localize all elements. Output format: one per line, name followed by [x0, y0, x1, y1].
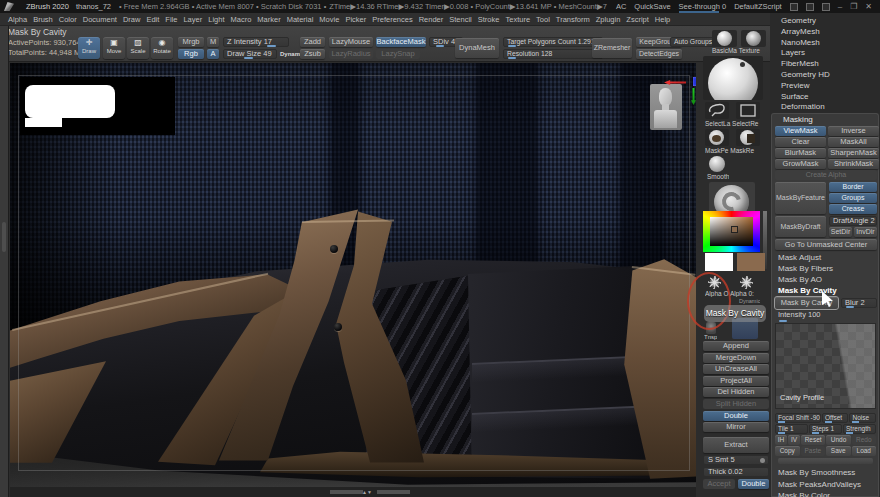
intensity-slider[interactable]: Intensity 100 — [775, 311, 847, 321]
viewport-canvas[interactable] — [10, 63, 696, 487]
accept-button[interactable]: Accept — [703, 479, 735, 489]
blur-slider[interactable]: Blur 2 — [841, 298, 877, 308]
mask-by-smoothness-row[interactable]: Mask By Smoothness — [778, 468, 855, 477]
palette-section[interactable]: Surface — [770, 92, 880, 103]
palette-section[interactable]: Geometry HD — [770, 70, 880, 81]
subtool-button[interactable]: Split Hidden — [703, 399, 769, 409]
subtool-button[interactable]: Mirror — [703, 422, 769, 432]
tile-slider[interactable]: Tile 1 — [775, 424, 808, 434]
mask-peaks-row[interactable]: Mask PeaksAndValleys — [778, 480, 861, 489]
palette-section[interactable]: NanoMesh — [770, 38, 880, 49]
menu-item[interactable]: File — [165, 15, 177, 24]
masking-button[interactable]: Clear — [775, 137, 826, 147]
menu-item[interactable]: Color — [59, 15, 77, 24]
scale-tool-button[interactable]: ▨Scale — [127, 37, 149, 59]
menu-item[interactable]: Zscript — [626, 15, 649, 24]
mask-rect-icon[interactable] — [736, 129, 760, 146]
default-zscript-button[interactable]: DefaultZScript — [734, 2, 782, 11]
cavity-profile-curve[interactable]: Cavity Profile — [775, 323, 876, 409]
border-toggle[interactable]: Border — [829, 182, 877, 192]
rotate-tool-button[interactable]: ◉Rotate — [151, 37, 173, 59]
ac-button[interactable]: AC — [616, 2, 626, 11]
paste-button[interactable]: Paste — [801, 446, 826, 456]
bottom-scrollbar[interactable]: ▲▼ — [10, 487, 696, 497]
lazymouse-button[interactable]: LazyMouse — [329, 37, 373, 47]
material-sphere[interactable] — [703, 56, 763, 100]
redo-button[interactable]: Redo — [852, 435, 876, 445]
masking-button[interactable]: GrowMask — [775, 159, 826, 169]
subtool-button[interactable]: Del Hidden — [703, 387, 769, 397]
menu-item[interactable]: Help — [655, 15, 670, 24]
z-intensity-slider[interactable]: Z Intensity 17 — [223, 37, 289, 47]
doc-icon-3[interactable] — [822, 3, 830, 11]
focal-shift-slider[interactable]: Focal Shift -90 — [775, 413, 821, 423]
menu-item[interactable]: Layer — [183, 15, 202, 24]
dynamesh-button[interactable]: DynaMesh — [455, 38, 499, 58]
palette-section[interactable]: FiberMesh — [770, 59, 880, 70]
subtool-button[interactable]: ProjectAll — [703, 376, 769, 386]
thick-slider[interactable]: Thick 0.02 — [703, 467, 769, 477]
lazysnap-button[interactable]: LazySnap — [376, 49, 420, 59]
mask-by-feature-button[interactable]: MaskByFeature — [775, 182, 826, 214]
palette-section[interactable]: Layers — [770, 48, 880, 59]
menu-item[interactable]: Marker — [257, 15, 280, 24]
palette-section[interactable]: Geometry — [770, 16, 880, 27]
zadd-button[interactable]: Zadd — [300, 37, 325, 47]
masking-button[interactable]: SharpenMask — [828, 148, 879, 158]
draft-angle-slider[interactable]: DraftAngle 2 — [829, 216, 877, 226]
menu-item[interactable]: Preferences — [372, 15, 412, 24]
invdir-button[interactable]: InvDir — [854, 227, 877, 237]
offset-slider[interactable]: Offset — [822, 413, 849, 423]
left-tray-divider[interactable] — [0, 26, 9, 497]
flip-h-button[interactable]: IH — [775, 435, 787, 445]
crease-toggle[interactable]: Crease — [829, 204, 877, 214]
menu-item[interactable]: Edit — [146, 15, 159, 24]
rgb-button[interactable]: Rgb — [178, 49, 204, 59]
menu-item[interactable]: Draw — [123, 15, 141, 24]
masking-button[interactable]: ShrinkMask — [828, 159, 879, 169]
m-button[interactable]: M — [207, 37, 219, 47]
copy-button[interactable]: Copy — [775, 446, 800, 456]
subtool-button[interactable]: MergeDown — [703, 353, 769, 363]
go-to-unmasked-button[interactable]: Go To Unmasked Center — [775, 239, 877, 250]
palette-section[interactable]: Deformation — [770, 102, 880, 113]
mask-by-draft-button[interactable]: MaskByDraft — [775, 216, 826, 237]
menu-item[interactable]: Material — [287, 15, 314, 24]
mask-by-color-row[interactable]: Mask By Color — [778, 491, 830, 497]
menu-item[interactable]: Light — [208, 15, 224, 24]
menu-item[interactable]: Picker — [345, 15, 366, 24]
masking-button[interactable]: Inverse — [828, 126, 879, 136]
zremesher-button[interactable]: ZRemesher — [592, 38, 632, 58]
select-rect-icon[interactable] — [736, 102, 760, 119]
menu-item[interactable]: Document — [83, 15, 117, 24]
palette-section[interactable]: Preview — [770, 81, 880, 92]
mask-pen-icon[interactable] — [705, 129, 729, 146]
draw-tool-button[interactable]: ✛Draw — [78, 37, 100, 59]
strength-slider[interactable]: Strength — [843, 424, 876, 434]
resolution-slider[interactable]: Resolution 128 — [503, 49, 603, 59]
groups-toggle[interactable]: Groups — [829, 193, 877, 203]
target-polygons-slider[interactable]: Target Polygons Count 1.29117 — [503, 37, 603, 47]
mask-adjust-row[interactable]: Mask Adjust — [778, 253, 821, 262]
minimize-button[interactable]: – — [838, 2, 842, 11]
restore-button[interactable]: ❐ — [850, 2, 857, 11]
flip-v-button[interactable]: IV — [788, 435, 800, 445]
menu-item[interactable]: Stroke — [478, 15, 500, 24]
load-button[interactable]: Load — [852, 446, 877, 456]
alpha-off-icon[interactable] — [740, 276, 760, 290]
menu-item[interactable]: Alpha — [8, 15, 27, 24]
masking-button[interactable]: MaskAll — [828, 137, 879, 147]
menu-item[interactable]: Tool — [536, 15, 550, 24]
mrgb-button[interactable]: Mrgb — [178, 37, 204, 47]
mask-by-ao-row[interactable]: Mask By AO — [778, 275, 822, 284]
backfacemask-button[interactable]: BackfaceMask — [376, 37, 426, 47]
secondary-color-swatch[interactable] — [737, 253, 765, 271]
zsub-button[interactable]: Zsub — [300, 49, 325, 59]
detectedges-button[interactable]: DetectEdges — [636, 49, 682, 59]
s-smt-slider[interactable]: S Smt 5 — [703, 455, 769, 465]
main-color-swatch[interactable] — [705, 253, 733, 271]
curve-scrollbar[interactable] — [778, 458, 873, 464]
lazyradius-button[interactable]: LazyRadius — [329, 49, 373, 59]
masking-button[interactable]: BlurMask — [775, 148, 826, 158]
steps-slider[interactable]: Steps 1 — [809, 424, 842, 434]
